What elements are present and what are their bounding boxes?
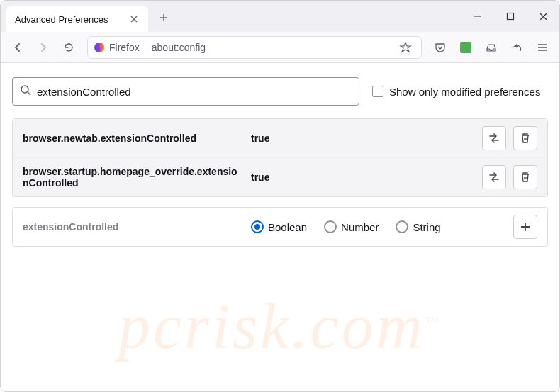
url-bar[interactable]: Firefox about:config [87, 36, 422, 59]
pref-value: true [251, 172, 474, 183]
pref-name: browser.startup.homepage_override.extens… [23, 166, 242, 189]
pref-row[interactable]: browser.newtab.extensionControlled true [13, 119, 547, 158]
search-row: Show only modified preferences [12, 77, 548, 106]
trash-icon [520, 172, 531, 183]
radio-label: String [413, 221, 440, 233]
show-modified-checkbox[interactable]: Show only modified preferences [372, 86, 540, 98]
reload-button[interactable] [57, 36, 80, 59]
bookmark-star-icon[interactable] [396, 38, 415, 57]
toggle-icon [488, 171, 500, 184]
type-radio-group: Boolean Number String [251, 220, 505, 233]
trash-icon [520, 133, 531, 144]
radio-label: Boolean [268, 221, 307, 233]
forward-button[interactable] [32, 36, 55, 59]
new-tab-button[interactable] [152, 6, 175, 29]
svg-point-2 [21, 86, 28, 93]
radio-number[interactable]: Number [324, 220, 379, 233]
pref-name: browser.newtab.extensionControlled [23, 133, 242, 144]
delete-button[interactable] [513, 165, 537, 189]
account-button[interactable] [505, 36, 528, 59]
plus-icon [520, 221, 531, 233]
extension-badge-icon [460, 42, 471, 53]
new-pref-row: extensionControlled Boolean Number Strin… [12, 207, 548, 247]
browser-tab[interactable]: Advanced Preferences [6, 6, 148, 32]
back-button[interactable] [6, 36, 29, 59]
close-window-button[interactable] [527, 1, 559, 32]
minimize-button[interactable] [461, 1, 494, 32]
pref-actions [482, 165, 537, 189]
extension-button[interactable] [454, 36, 477, 59]
identity-box[interactable]: Firefox [94, 42, 147, 53]
firefox-icon [94, 42, 105, 53]
radio-icon [396, 220, 408, 233]
checkbox-icon [372, 86, 383, 97]
new-pref-name: extensionControlled [23, 221, 242, 233]
titlebar: Advanced Preferences [1, 1, 559, 32]
radio-icon [251, 220, 264, 233]
delete-button[interactable] [513, 126, 537, 150]
app-menu-button[interactable] [531, 36, 554, 59]
tab-title: Advanced Preferences [15, 14, 128, 25]
pocket-button[interactable] [429, 36, 452, 59]
nav-toolbar: Firefox about:config [1, 32, 559, 63]
search-box[interactable] [12, 77, 359, 106]
radio-icon [324, 220, 337, 233]
about-config-content: Show only modified preferences browser.n… [1, 63, 559, 391]
radio-string[interactable]: String [396, 220, 440, 233]
pref-list: browser.newtab.extensionControlled true … [12, 118, 548, 197]
inbox-button[interactable] [480, 36, 503, 59]
window-controls [461, 1, 559, 32]
tab-close-button[interactable] [128, 13, 140, 25]
svg-rect-0 [508, 13, 514, 20]
radio-label: Number [341, 221, 379, 233]
toggle-button[interactable] [482, 126, 506, 150]
toggle-icon [488, 132, 500, 145]
add-pref-button[interactable] [513, 215, 537, 239]
pref-row[interactable]: browser.startup.homepage_override.extens… [13, 158, 547, 196]
browser-window: Advanced Preferences [0, 0, 560, 392]
pref-value: true [251, 133, 474, 144]
search-icon [20, 84, 31, 99]
identity-label: Firefox [109, 42, 140, 53]
checkbox-label: Show only modified preferences [389, 86, 540, 98]
pref-actions [482, 126, 537, 150]
watermark: pcrisk.com™ [118, 290, 442, 363]
url-text: about:config [152, 42, 391, 53]
toggle-button[interactable] [482, 165, 506, 189]
maximize-button[interactable] [494, 1, 527, 32]
search-input[interactable] [37, 86, 352, 98]
radio-boolean[interactable]: Boolean [251, 220, 307, 233]
